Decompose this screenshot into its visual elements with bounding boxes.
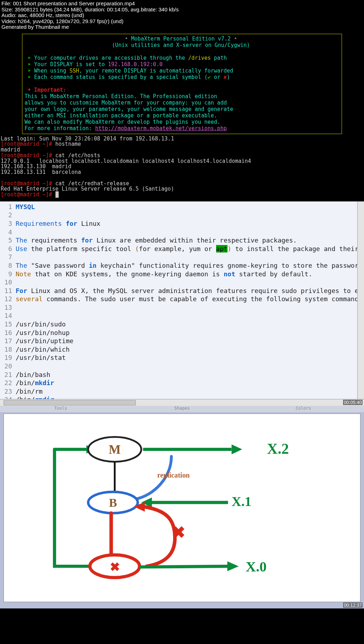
shell-output: Last login: Sun Nov 30 23:26:08 2014 fro… — [1, 136, 363, 198]
meta-video: Video: h264, yuv420p, 1280x720, 29.97 fp… — [1, 18, 363, 25]
mobaxterm-link[interactable]: http://mobaxterm.mobatek.net/versions.ph… — [95, 125, 227, 132]
video-metadata: File: 001 Short presentation and Server … — [0, 0, 364, 31]
diagram-toolbar: Tools Shapes Colors — [0, 406, 364, 412]
scroll-thumb[interactable] — [4, 400, 136, 405]
svg-text:X.0: X.0 — [246, 559, 267, 575]
tab-shapes[interactable]: Shapes — [121, 406, 242, 412]
svg-text:replication: replication — [157, 471, 189, 479]
meta-file: File: 001 Short presentation and Server … — [1, 1, 363, 7]
line-gutter: 123456789101112131415161718192021222324 — [0, 202, 14, 404]
svg-marker-3 — [231, 444, 242, 454]
thumb-timestamp-3: 00:12:37 — [343, 602, 363, 608]
svg-text:X.1: X.1 — [231, 494, 251, 509]
svg-text:M: M — [109, 442, 121, 456]
vertical-scrollbar[interactable] — [357, 202, 364, 406]
terminal-screenshot: • MobaXterm Personal Edition v7.2 • (Uni… — [0, 34, 364, 201]
editor-screenshot: 123456789101112131415161718192021222324 … — [0, 201, 364, 406]
svg-text:X.2: X.2 — [267, 440, 289, 457]
diagram-screenshot: Tools Shapes Colors M X.2 — [0, 406, 364, 608]
tab-tools[interactable]: Tools — [0, 406, 121, 412]
meta-size: Size: 35908121 bytes (34.24 MiB), durati… — [1, 7, 363, 13]
svg-text:✖: ✖ — [172, 523, 186, 541]
tab-colors[interactable]: Colors — [243, 406, 364, 412]
meta-gen: Generated by Thumbnail me — [1, 24, 363, 30]
code-area[interactable]: MYSQL Requirements for Linux The require… — [16, 202, 364, 404]
horizontal-scrollbar[interactable] — [0, 399, 364, 406]
svg-text:✖: ✖ — [110, 560, 120, 574]
meta-audio: Audio: aac, 48000 Hz, stereo (und) — [1, 12, 363, 18]
whiteboard-canvas[interactable]: M X.2 replication B X.1 — [4, 414, 360, 602]
banner-subtitle: (Unix utilities and X-server on Gnu/Cygw… — [25, 42, 337, 48]
banner-title: MobaXterm Personal Edition v7.2 — [131, 36, 231, 42]
thumb-timestamp-2: 00:05:40 — [343, 400, 363, 405]
svg-text:B: B — [109, 496, 117, 509]
svg-marker-15 — [228, 561, 239, 571]
mobaxterm-banner: • MobaXterm Personal Edition v7.2 • (Uni… — [22, 34, 342, 134]
